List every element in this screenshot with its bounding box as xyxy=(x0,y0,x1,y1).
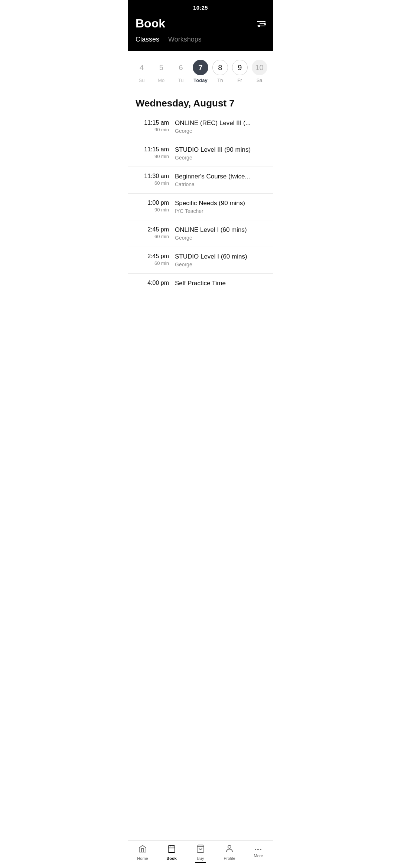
tabs-container: Classes Workshops xyxy=(128,36,273,51)
calendar-day-9[interactable]: 9 Fr xyxy=(230,57,250,86)
day-label: Th xyxy=(217,78,223,83)
day-number: 5 xyxy=(153,60,169,75)
header: Book xyxy=(128,13,273,36)
class-item-3[interactable]: 1:00 pm 90 min Specific Needs (90 mins) … xyxy=(128,194,273,220)
class-time: 11:30 am 60 min xyxy=(136,173,169,186)
class-info: ONLINE (REC) Level III (... George xyxy=(175,119,265,134)
class-time: 11:15 am 90 min xyxy=(136,146,169,159)
tab-workshops[interactable]: Workshops xyxy=(168,36,202,45)
day-number: 7 xyxy=(193,60,208,75)
class-info: STUDIO Level I (60 mins) George xyxy=(175,253,265,267)
calendar: 4 Su 5 Mo 6 Tu 7 Today 8 Th 9 Fr 10 Sa xyxy=(128,51,273,90)
day-number: 8 xyxy=(212,60,228,75)
day-number: 4 xyxy=(134,60,149,75)
class-time: 1:00 pm 90 min xyxy=(136,200,169,213)
class-info: Specific Needs (90 mins) IYC Teacher xyxy=(175,200,265,214)
status-time: 10:25 xyxy=(193,4,208,11)
day-number: 9 xyxy=(232,60,248,75)
class-item-5[interactable]: 2:45 pm 60 min STUDIO Level I (60 mins) … xyxy=(128,247,273,274)
class-item-2[interactable]: 11:30 am 60 min Beginner's Course (twice… xyxy=(128,167,273,194)
class-info: ONLINE Level I (60 mins) George xyxy=(175,226,265,241)
calendar-day-6[interactable]: 6 Tu xyxy=(171,57,191,86)
class-time: 4:00 pm xyxy=(136,280,169,287)
class-info: STUDIO Level III (90 mins) George xyxy=(175,146,265,161)
calendar-day-8[interactable]: 8 Th xyxy=(210,57,230,86)
status-bar: 10:25 xyxy=(128,0,273,13)
class-item-6[interactable]: 4:00 pm Self Practice Time xyxy=(128,274,273,294)
calendar-day-4[interactable]: 4 Su xyxy=(132,57,151,86)
day-label: Mo xyxy=(158,78,164,83)
day-number: 10 xyxy=(252,60,267,75)
class-item-4[interactable]: 2:45 pm 60 min ONLINE Level I (60 mins) … xyxy=(128,220,273,247)
calendar-day-7[interactable]: 7 Today xyxy=(191,57,211,86)
class-info: Beginner's Course (twice... Catriona xyxy=(175,173,265,187)
filter-line-3 xyxy=(257,26,265,26)
class-list: 11:15 am 90 min ONLINE (REC) Level III (… xyxy=(128,114,273,294)
filter-line-2 xyxy=(260,23,265,24)
calendar-day-5[interactable]: 5 Mo xyxy=(151,57,171,86)
day-label: Su xyxy=(138,78,144,83)
date-heading: Wednesday, August 7 xyxy=(128,90,273,114)
class-time: 2:45 pm 60 min xyxy=(136,253,169,266)
class-item-0[interactable]: 11:15 am 90 min ONLINE (REC) Level III (… xyxy=(128,114,273,140)
class-info: Self Practice Time xyxy=(175,280,265,288)
filter-line-1 xyxy=(257,21,265,22)
day-label: Today xyxy=(193,78,207,83)
class-time: 2:45 pm 60 min xyxy=(136,226,169,239)
page-title: Book xyxy=(136,17,165,30)
tab-classes[interactable]: Classes xyxy=(136,36,159,45)
class-time: 11:15 am 90 min xyxy=(136,119,169,132)
day-label: Sa xyxy=(257,78,263,83)
day-label: Tu xyxy=(178,78,184,83)
class-item-1[interactable]: 11:15 am 90 min STUDIO Level III (90 min… xyxy=(128,140,273,167)
day-label: Fr xyxy=(238,78,242,83)
calendar-day-10[interactable]: 10 Sa xyxy=(250,57,269,86)
day-number: 6 xyxy=(173,60,189,75)
filter-button[interactable] xyxy=(257,21,265,26)
